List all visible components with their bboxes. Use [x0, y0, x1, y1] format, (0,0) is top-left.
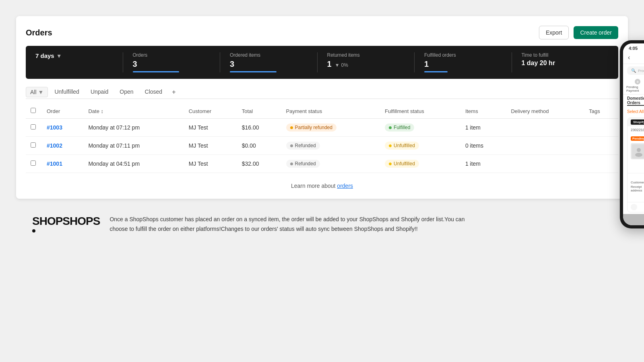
create-order-button[interactable]: Create order	[574, 26, 618, 39]
order-fulfillment-status: Unfulfilled	[380, 137, 460, 155]
table-row[interactable]: #1003Monday at 07:12 pmMJ Test$16.00Part…	[26, 119, 618, 137]
col-date[interactable]: Date ↕	[83, 104, 184, 119]
page-title: Orders	[26, 28, 52, 37]
order-items: 1 item	[460, 155, 506, 173]
order-payment-status: Refunded	[281, 155, 380, 173]
phone-search-icon: 🔍	[631, 68, 636, 73]
stat-time-to-fulfill: Time to fulfill 1 day 20 hr	[522, 52, 609, 72]
order-id-link[interactable]: #1001	[47, 160, 62, 167]
order-payment-status: Refunded	[281, 137, 380, 155]
col-payment-status: Payment status	[281, 104, 380, 119]
phone-search-bar[interactable]: 🔍 Product title, Order number...	[627, 66, 644, 75]
order-fulfillment-status: Unfulfilled	[380, 155, 460, 173]
row-checkbox[interactable]	[31, 160, 36, 166]
table-row[interactable]: #1001Monday at 04:51 pmMJ Test$32.00Refu…	[26, 155, 618, 173]
export-button[interactable]: Export	[539, 26, 569, 39]
bottom-description: Once a ShopShops customer has placed an …	[109, 215, 472, 234]
payment-status-badge: Refunded	[286, 142, 320, 150]
order-tags	[584, 155, 618, 173]
order-tags	[584, 119, 618, 137]
order-tags	[584, 137, 618, 155]
add-tab-button[interactable]: +	[169, 87, 179, 97]
col-customer: Customer	[184, 104, 237, 119]
select-all-checkbox[interactable]	[31, 108, 36, 113]
phone-ship-button[interactable]: Ship	[623, 214, 644, 225]
order-date: Monday at 04:51 pm	[83, 155, 184, 173]
col-tags: Tags	[584, 104, 618, 119]
col-total: Total	[237, 104, 281, 119]
tab-unfulfilled[interactable]: Unfulfilled	[50, 85, 84, 99]
stat-orders: Orders 3	[133, 52, 221, 72]
stat-period[interactable]: 7 days ▼	[35, 52, 123, 72]
phone-order-header: Shopify Bot	[627, 118, 644, 126]
learn-more-section: Learn more about orders	[26, 183, 618, 189]
phone-order-type-tabs: Domestic Orders 7 International Orders 1	[623, 95, 644, 107]
header-actions: Export Create order	[539, 26, 618, 39]
tab-open[interactable]: Open	[115, 85, 138, 99]
row-checkbox[interactable]	[31, 142, 36, 148]
order-id-link[interactable]: #1003	[47, 124, 62, 131]
order-date: Monday at 07:11 pm	[83, 137, 184, 155]
phone-header: ‹ My Orders ⋮	[623, 51, 644, 64]
fulfillment-status-badge: Unfulfilled	[385, 160, 419, 168]
order-total: $16.00	[237, 119, 281, 137]
table-row[interactable]: #1002Monday at 07:11 pmMJ Test$0.00Refun…	[26, 137, 618, 155]
order-payment-status: Partially refunded	[281, 119, 380, 137]
order-date: Monday at 07:12 pm	[83, 119, 184, 137]
phone-select-all-row: Select All ☰ ⊞	[623, 107, 644, 116]
col-fulfillment-status: Fulfillment status	[380, 104, 460, 119]
phone-order-amount-row: Order Amount: $34.84	[627, 173, 644, 179]
col-delivery-method: Delivery method	[506, 104, 584, 119]
tab-all[interactable]: All ▼	[26, 87, 48, 97]
order-customer: MJ Test	[184, 137, 237, 155]
phone-order-card[interactable]: Shopify Bot 2302210550556673 📋 Pending S…	[627, 117, 644, 212]
stat-ordered-items: Ordered items 3	[230, 52, 318, 72]
fulfillment-status-badge: Unfulfilled	[385, 142, 419, 150]
phone-platform-badge: Shopify Bot	[631, 119, 644, 125]
col-items: Items	[460, 104, 506, 119]
order-customer: MJ Test	[184, 155, 237, 173]
col-order: Order	[42, 104, 83, 119]
stats-bar: 7 days ▼ Orders 3 Ordered items 3 Return…	[26, 46, 618, 79]
phone-ship-row: Ship	[627, 202, 644, 212]
phone-filter-pending-payment[interactable]: 0 Pending Payment	[626, 79, 644, 93]
order-delivery-method	[506, 155, 584, 173]
tab-unpaid[interactable]: Unpaid	[86, 85, 113, 99]
order-total: $32.00	[237, 155, 281, 173]
svg-point-1	[637, 148, 641, 152]
stat-returned-items: Returned items 1 ▼ 0%	[327, 52, 415, 72]
order-total: $0.00	[237, 137, 281, 155]
phone-order-status-badge: Pending Shipping	[631, 136, 644, 141]
order-delivery-method	[506, 137, 584, 155]
phone-customer-info: Customer username 1234567890 Receipt add…	[627, 179, 644, 202]
order-customer: MJ Test	[184, 119, 237, 137]
fulfillment-status-badge: Fulfilled	[385, 123, 414, 132]
phone-order-id: 2302210550556673	[631, 128, 644, 132]
svg-point-2	[635, 153, 642, 157]
tab-closed[interactable]: Closed	[140, 85, 167, 99]
order-items: 1 item	[460, 119, 506, 137]
phone-search-placeholder: Product title, Order number...	[638, 69, 644, 73]
phone-time: 4:05	[629, 46, 638, 51]
shopshops-logo: SHOPSHOPS	[32, 215, 100, 232]
phone-filter-row: 0 Pending Payment 12 Pending Shipping 0 …	[623, 77, 644, 95]
filter-tabs-bar: All ▼ Unfulfilled Unpaid Open Closed +	[26, 85, 618, 99]
phone-order-id-row: 2302210550556673 📋	[627, 126, 644, 134]
orders-link[interactable]: orders	[337, 183, 353, 189]
logo-dot	[32, 229, 35, 232]
phone-mockup: 4:05 ▌▌▌ ((·)) 🔋 ‹ My Orders ⋮ 🔍 P	[620, 40, 644, 228]
phone-back-button[interactable]: ‹	[628, 54, 630, 61]
phone-product-image	[631, 143, 644, 159]
phone-select-all-text[interactable]: Select All	[627, 109, 644, 114]
phone-order-product-row: chan luu sterling silver bracelet As Sho…	[627, 142, 644, 173]
order-fulfillment-status: Fulfilled	[380, 119, 460, 137]
payment-status-badge: Refunded	[286, 160, 320, 168]
order-delivery-method	[506, 119, 584, 137]
phone-ship-icon	[631, 204, 637, 210]
bottom-section: SHOPSHOPS Once a ShopShops customer has …	[16, 215, 628, 234]
payment-status-badge: Partially refunded	[286, 123, 336, 132]
row-checkbox[interactable]	[31, 124, 36, 130]
order-id-link[interactable]: #1002	[47, 142, 62, 149]
order-items: 0 items	[460, 137, 506, 155]
tab-domestic[interactable]: Domestic Orders	[627, 96, 644, 106]
